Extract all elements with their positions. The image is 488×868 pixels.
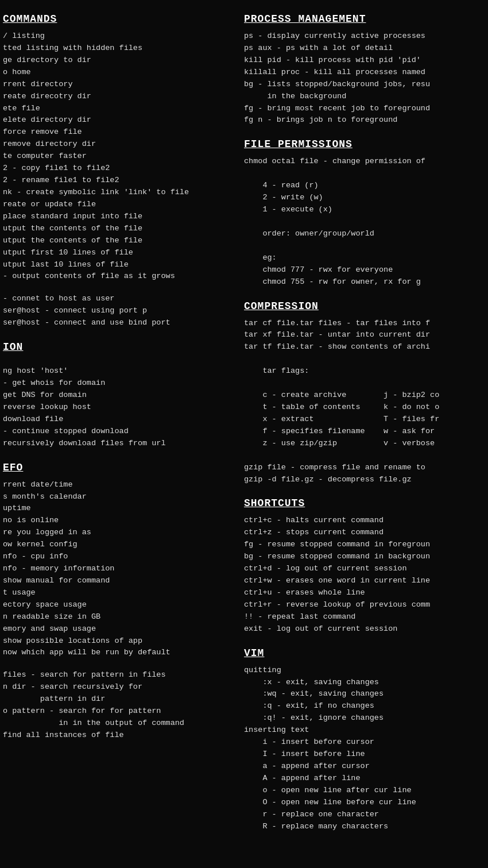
ion-title: ION (3, 340, 233, 355)
commands-section: COMMANDS / listing tted listing with hid… (3, 11, 233, 283)
process-management-content: ps - display currently active processes … (244, 30, 485, 126)
efo-title: EFO (3, 460, 233, 476)
vim-title: VIM (244, 646, 485, 661)
commands-content: / listing tted listing with hidden files… (3, 30, 233, 283)
vim-section: VIM quitting :x - exit, saving changes :… (244, 646, 485, 833)
ssh-section: - connet to host as user ser@host - conn… (3, 293, 233, 329)
process-management-section: PROCESS MANAGEMENT ps - display currentl… (244, 11, 485, 126)
shortcuts-title: SHORTCUTS (244, 496, 485, 511)
ion-section: ION (3, 340, 233, 355)
file-permissions-title: FILE PERMISSIONS (244, 137, 485, 152)
efo-section: EFO rrent date/time s month's calendar u… (3, 460, 233, 659)
process-management-title: PROCESS MANAGEMENT (244, 11, 485, 27)
search-section: files - search for pattern in files n di… (3, 669, 233, 742)
shortcuts-content: ctrl+c - halts current command ctrl+z - … (244, 515, 485, 635)
network-content: ng host 'host' - get whois for domain ge… (3, 365, 233, 449)
compression-section: COMPRESSION tar cf file.tar files - tar … (244, 299, 485, 486)
vim-content: quitting :x - exit, saving changes :wq -… (244, 665, 485, 833)
compression-title: COMPRESSION (244, 299, 485, 314)
shortcuts-section: SHORTCUTS ctrl+c - halts current command… (244, 496, 485, 635)
ssh-content: - connet to host as user ser@host - conn… (3, 293, 233, 329)
search-content: files - search for pattern in files n di… (3, 669, 233, 742)
compression-content: tar cf file.tar files - tar files into f… (244, 318, 485, 486)
file-permissions-section: FILE PERMISSIONS chmod octal file - chan… (244, 137, 485, 288)
file-permissions-content: chmod octal file - change permission of … (244, 156, 485, 288)
efo-content: rrent date/time s month's calendar uptim… (3, 479, 233, 659)
network-section: ng host 'host' - get whois for domain ge… (3, 365, 233, 449)
commands-title: COMMANDS (3, 11, 233, 27)
